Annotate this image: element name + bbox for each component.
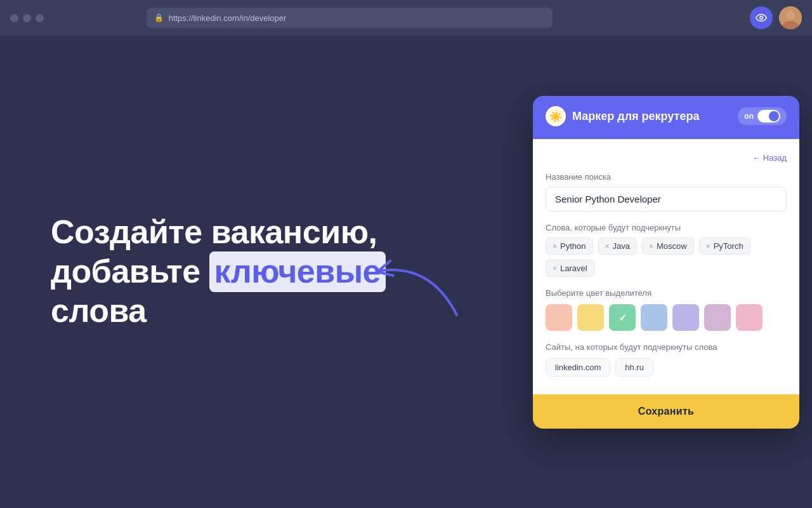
svg-point-2 (786, 11, 795, 20)
site-tag[interactable]: linkedin.com (546, 358, 610, 377)
keyword-tag[interactable]: ×Laravel (546, 260, 594, 277)
keyword-remove-icon[interactable]: × (706, 242, 710, 251)
extension-card: ☀️ Маркер для рекрутера on ← Назад Назва… (533, 96, 799, 429)
sites-label: Сайты, на которых будут подчеркнуты слов… (546, 342, 787, 352)
sites-wrap: linkedin.comhh.ru (546, 358, 787, 377)
main-area: Создайте вакансию, добавьте ключевые сло… (0, 36, 812, 508)
sun-icon: ☀️ (546, 106, 566, 126)
colors-wrap (546, 304, 787, 331)
color-swatch-green[interactable] (609, 304, 636, 331)
color-swatch-mauve[interactable] (704, 304, 731, 331)
user-avatar[interactable] (779, 6, 802, 29)
back-anchor[interactable]: ← Назад (752, 153, 787, 163)
keyword-tag[interactable]: ×Moscow (642, 237, 694, 255)
toggle-switch[interactable] (757, 110, 780, 123)
card-header: ☀️ Маркер для рекрутера on (533, 96, 799, 139)
svg-point-0 (760, 17, 763, 20)
traffic-light-close[interactable] (10, 14, 18, 22)
card-body: ← Назад Название поиска Слова, которые б… (533, 139, 799, 394)
traffic-light-maximize[interactable] (36, 14, 44, 22)
traffic-lights (10, 14, 44, 22)
hero-keyword: ключевые (209, 251, 386, 292)
keyword-remove-icon[interactable]: × (553, 242, 557, 251)
color-swatch-pink[interactable] (736, 304, 763, 331)
traffic-light-minimize[interactable] (23, 14, 31, 22)
back-link[interactable]: ← Назад (546, 152, 787, 163)
save-button[interactable]: Сохранить (533, 394, 799, 429)
toggle-wrap[interactable]: on (738, 107, 787, 125)
color-swatch-lavender[interactable] (672, 304, 699, 331)
keyword-remove-icon[interactable]: × (553, 264, 557, 273)
keywords-label: Слова, которые будут подчеркнуты (546, 223, 787, 232)
card-title: Маркер для рекрутера (572, 110, 699, 123)
color-swatch-yellow[interactable] (577, 304, 604, 331)
hero-heading: Создайте вакансию, добавьте ключевые сло… (51, 213, 386, 330)
url-text: https://linkedin.com/in/developer (169, 13, 287, 23)
search-name-label: Название поиска (546, 172, 787, 182)
hero-line2: добавьте ключевые (51, 251, 386, 292)
keyword-label: Moscow (657, 241, 687, 251)
keyword-label: Java (613, 241, 630, 251)
toggle-label: on (744, 112, 754, 121)
color-swatch-blue[interactable] (641, 304, 667, 331)
right-panel: ☀️ Маркер для рекрутера on ← Назад Назва… (533, 36, 812, 508)
arrow-decoration (368, 251, 469, 330)
keyword-tag[interactable]: ×PyTorch (699, 237, 750, 255)
keyword-label: PyTorch (714, 241, 743, 251)
keyword-label: Python (560, 241, 586, 251)
keywords-wrap: ×Python×Java×Moscow×PyTorch×Laravel (546, 237, 787, 277)
site-tag[interactable]: hh.ru (615, 358, 653, 377)
address-bar[interactable]: 🔒 https://linkedin.com/in/developer (147, 8, 553, 28)
search-name-input[interactable] (546, 187, 787, 211)
keywords-section: Слова, которые будут подчеркнуты ×Python… (546, 223, 787, 277)
keyword-tag[interactable]: ×Java (598, 237, 637, 255)
hero-line3: слова (51, 292, 386, 330)
lock-icon: 🔒 (154, 13, 164, 22)
keyword-label: Laravel (560, 264, 587, 273)
hero-line1: Создайте вакансию, (51, 213, 386, 251)
keyword-tag[interactable]: ×Python (546, 237, 593, 255)
color-label: Выберите цвет выделителя (546, 288, 787, 298)
color-swatch-peach[interactable] (546, 304, 572, 331)
toggle-knob (769, 111, 779, 121)
color-section: Выберите цвет выделителя (546, 288, 787, 331)
header-left: ☀️ Маркер для рекрутера (546, 106, 699, 126)
browser-chrome: 🔒 https://linkedin.com/in/developer (0, 0, 812, 36)
sites-section: Сайты, на которых будут подчеркнуты слов… (546, 342, 787, 377)
extension-eye-button[interactable] (750, 6, 773, 29)
keyword-remove-icon[interactable]: × (649, 242, 653, 251)
keyword-remove-icon[interactable]: × (605, 242, 610, 251)
hero-line2-prefix: добавьте (51, 253, 209, 290)
browser-actions (750, 6, 802, 29)
